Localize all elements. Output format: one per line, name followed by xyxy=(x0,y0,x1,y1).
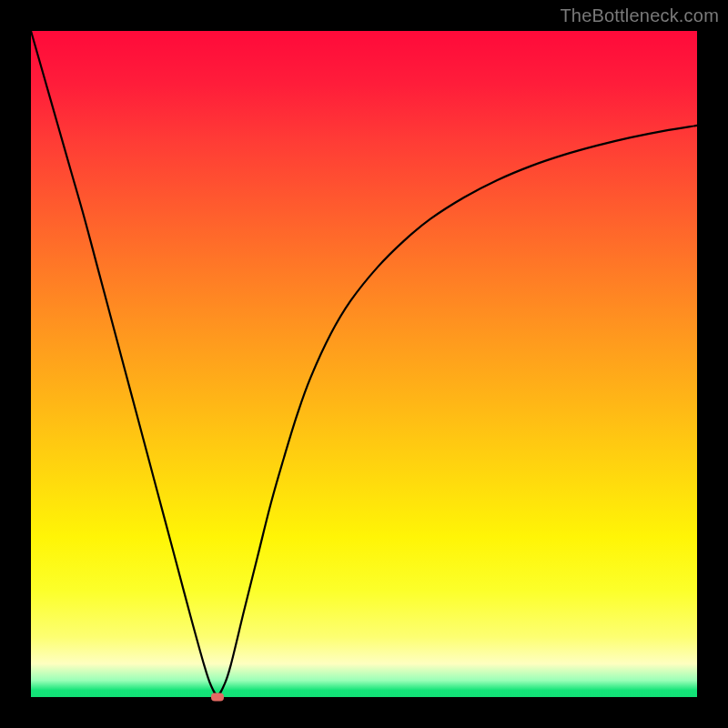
minimum-marker xyxy=(211,693,224,702)
bottleneck-curve xyxy=(31,31,697,697)
chart-frame: TheBottleneck.com xyxy=(0,0,728,728)
plot-area xyxy=(31,31,697,697)
watermark-text: TheBottleneck.com xyxy=(560,5,719,26)
